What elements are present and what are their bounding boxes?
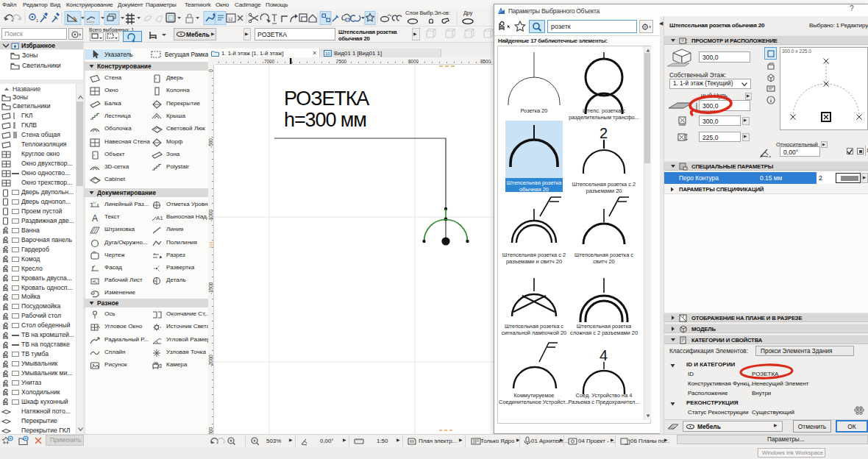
svg-text:α: α <box>160 337 162 341</box>
svg-text:РОЗЕТКА: РОЗЕТКА <box>284 88 369 110</box>
svg-text:h=300 мм: h=300 мм <box>284 109 366 131</box>
svg-text:×: × <box>769 154 772 159</box>
svg-text:7500: 7500 <box>336 59 347 64</box>
svg-text:10: 10 <box>325 51 330 56</box>
svg-text:2: 2 <box>600 125 608 141</box>
svg-text:-1000: -1000 <box>208 210 213 222</box>
svg-text:12: 12 <box>93 201 96 204</box>
svg-text:1: 1 <box>36 18 38 23</box>
svg-text:-500: -500 <box>208 138 213 148</box>
svg-text:4: 4 <box>600 347 608 363</box>
svg-text:A1: A1 <box>156 215 163 221</box>
svg-text:8500: 8500 <box>480 59 491 64</box>
svg-text:12: 12 <box>228 17 233 21</box>
svg-text:0: 0 <box>208 69 213 72</box>
svg-text:-1500: -1500 <box>208 282 213 294</box>
svg-text:7000: 7000 <box>264 59 275 64</box>
svg-text:A: A <box>92 213 98 224</box>
